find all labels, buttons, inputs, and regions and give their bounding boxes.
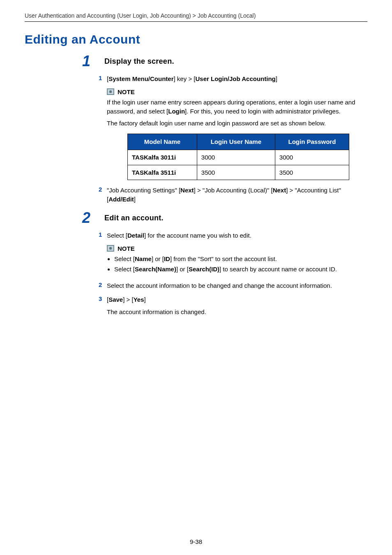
section1-steps: 1 [System Menu/Counter] key > [User Logi… [99,74,367,83]
note-text-line: The factory default login user name and … [107,119,367,128]
cell-model: TASKalfa 3011i [128,150,197,165]
bold-text: Name [135,255,152,262]
bold-text: ID [164,255,170,262]
text: Select [ [107,232,127,239]
step-body: "Job Accounting Settings" [Next] > "Job … [107,186,367,204]
text: ] or [ [152,255,164,262]
text: Select [ [114,266,135,273]
svg-point-5 [109,247,112,250]
text: Select [ [114,255,135,262]
svg-point-2 [109,90,112,93]
bold-text: Save [108,296,123,303]
step-body: Select [Detail] for the account name you… [107,231,367,240]
bold-text: Yes [134,296,144,303]
model-table: Model Name Login User Name Login Passwor… [127,134,349,180]
cell-user: 3000 [197,150,275,165]
bold-text: System Menu/Counter [108,75,173,82]
cell-pass: 3500 [275,165,349,180]
text: ] key > [ [174,75,196,82]
note-icon [107,245,114,252]
text: ] > [ [123,296,133,303]
section-number-2: 2 [82,210,99,225]
bold-text: Detail [127,232,144,239]
bold-text: Next [273,187,286,194]
text: ] > "Job Accounting (Local)" [ [194,187,273,194]
section-heading-1: Display the screen. [104,57,174,66]
step-body: [System Menu/Counter] key > [User Login/… [107,74,367,83]
section2-steps-cont: 2 Select the account information to be c… [99,281,367,316]
section-1: 1 Display the screen. [82,54,367,69]
text: ] [144,296,146,303]
note-label: NOTE [118,88,135,95]
page-title: Editing an Account [25,32,367,46]
text: ] or [ [176,266,189,273]
step-row: 1 Select [Detail] for the account name y… [99,231,367,240]
note-body: Select [Name] or [ID] from the "Sort" to… [107,254,367,274]
cell-model: TASKalfa 3511i [128,165,197,180]
note-head: NOTE [107,245,367,252]
bold-text: Login [168,108,185,115]
note-box-1: NOTE If the login user name entry screen… [107,88,367,180]
bold-text: Search(ID) [189,266,219,273]
table-header-row: Model Name Login User Name Login Passwor… [128,134,349,150]
page-container: User Authentication and Accounting (User… [0,0,392,555]
note-box-2: NOTE Select [Name] or [ID] from the "Sor… [107,245,367,274]
step-row: 2 Select the account information to be c… [99,281,367,290]
section1-steps-cont: 2 "Job Accounting Settings" [Next] > "Jo… [99,186,367,204]
result-text: The account information is changed. [107,308,367,317]
text: ] [134,196,136,203]
bold-text: Search(Name) [135,266,176,273]
cell-pass: 3000 [275,150,349,165]
cell-user: 3500 [197,165,275,180]
table-row: TASKalfa 3511i 3500 3500 [128,165,349,180]
step-number: 2 [99,281,107,288]
step-body: Select the account information to be cha… [107,281,367,290]
section2-steps: 1 Select [Detail] for the account name y… [99,231,367,240]
step-row: 1 [System Menu/Counter] key > [User Logi… [99,74,367,83]
text: ] [276,75,277,82]
step-row: 3 [Save] > [Yes] The account information… [99,295,367,317]
section-number-1: 1 [82,54,99,69]
step-number: 1 [99,231,107,238]
bold-text: Add/Edit [108,196,134,203]
note-label: NOTE [118,245,135,252]
note-icon [107,88,114,95]
col-login-pass: Login Password [275,134,349,150]
col-model-name: Model Name [128,134,197,150]
note-bullet: Select [Search(Name)] or [Search(ID)] to… [114,265,367,274]
step-body: [Save] > [Yes] The account information i… [107,295,367,317]
section-2: 2 Edit an account. [82,210,367,225]
step-row: 2 "Job Accounting Settings" [Next] > "Jo… [99,186,367,204]
col-login-user: Login User Name [197,134,275,150]
step-number: 2 [99,186,107,193]
note-head: NOTE [107,88,367,95]
section-heading-2: Edit an account. [104,214,164,222]
table-row: TASKalfa 3011i 3000 3000 [128,150,349,165]
text: ]. For this, you need to login with admi… [185,108,341,115]
step-number: 3 [99,295,107,302]
text: "Job Accounting Settings" [ [107,187,180,194]
note-body: If the login user name entry screen appe… [107,98,367,180]
text: ] to search by account name or account I… [219,266,337,273]
breadcrumb: User Authentication and Accounting (User… [25,12,367,22]
step-number: 1 [99,74,107,81]
page-number: 9-38 [0,538,392,545]
note-bullet: Select [Name] or [ID] from the "Sort" to… [114,254,367,264]
text: ] from the "Sort" to sort the account li… [170,255,277,262]
bold-text: Next [180,187,194,194]
bold-text: User Login/Job Accounting [195,75,275,82]
text: ] for the account name you wish to edit. [144,232,251,239]
